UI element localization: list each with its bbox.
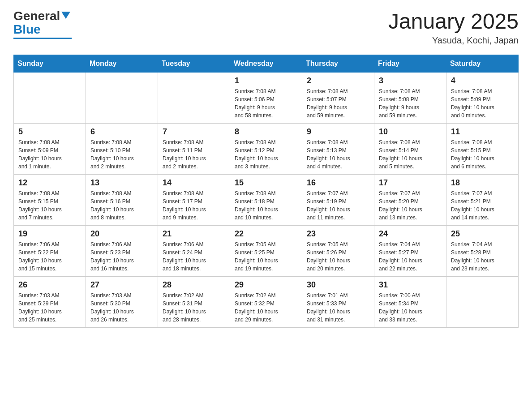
day-info: Sunrise: 7:08 AM Sunset: 5:12 PM Dayligh…	[235, 138, 297, 171]
day-info: Sunrise: 7:01 AM Sunset: 5:33 PM Dayligh…	[307, 291, 369, 324]
day-info: Sunrise: 7:04 AM Sunset: 5:28 PM Dayligh…	[451, 240, 514, 273]
day-number: 11	[451, 127, 514, 137]
calendar-cell: 18Sunrise: 7:07 AM Sunset: 5:21 PM Dayli…	[446, 175, 519, 226]
calendar-cell: 27Sunrise: 7:03 AM Sunset: 5:30 PM Dayli…	[86, 277, 158, 328]
day-info: Sunrise: 7:08 AM Sunset: 5:18 PM Dayligh…	[235, 189, 297, 222]
day-info: Sunrise: 7:08 AM Sunset: 5:14 PM Dayligh…	[379, 138, 442, 171]
logo-general-text: General	[13, 9, 60, 23]
day-number: 21	[163, 229, 225, 239]
title-block: January 2025 Yasuda, Kochi, Japan	[388, 9, 519, 46]
day-number: 30	[307, 280, 369, 290]
day-info: Sunrise: 7:05 AM Sunset: 5:26 PM Dayligh…	[307, 240, 369, 273]
day-info: Sunrise: 7:06 AM Sunset: 5:22 PM Dayligh…	[18, 240, 81, 273]
day-number: 29	[235, 280, 297, 290]
day-info: Sunrise: 7:08 AM Sunset: 5:16 PM Dayligh…	[90, 189, 153, 222]
weekday-header-friday: Friday	[374, 55, 446, 73]
calendar-cell: 20Sunrise: 7:06 AM Sunset: 5:23 PM Dayli…	[86, 226, 158, 277]
day-number: 5	[18, 127, 81, 137]
calendar-cell: 4Sunrise: 7:08 AM Sunset: 5:09 PM Daylig…	[446, 73, 519, 124]
day-info: Sunrise: 7:08 AM Sunset: 5:06 PM Dayligh…	[235, 87, 297, 120]
day-number: 10	[379, 127, 442, 137]
day-info: Sunrise: 7:07 AM Sunset: 5:21 PM Dayligh…	[451, 189, 514, 222]
week-row-5: 26Sunrise: 7:03 AM Sunset: 5:29 PM Dayli…	[14, 277, 519, 328]
calendar-cell: 19Sunrise: 7:06 AM Sunset: 5:22 PM Dayli…	[14, 226, 86, 277]
day-info: Sunrise: 7:08 AM Sunset: 5:15 PM Dayligh…	[451, 138, 514, 171]
day-info: Sunrise: 7:07 AM Sunset: 5:20 PM Dayligh…	[379, 189, 442, 222]
calendar-cell: 3Sunrise: 7:08 AM Sunset: 5:08 PM Daylig…	[374, 73, 446, 124]
calendar-cell: 8Sunrise: 7:08 AM Sunset: 5:12 PM Daylig…	[230, 124, 302, 175]
day-number: 2	[307, 76, 369, 86]
day-info: Sunrise: 7:05 AM Sunset: 5:25 PM Dayligh…	[235, 240, 297, 273]
day-number: 18	[451, 178, 514, 188]
day-number: 6	[90, 127, 153, 137]
calendar-cell: 15Sunrise: 7:08 AM Sunset: 5:18 PM Dayli…	[230, 175, 302, 226]
calendar-cell: 25Sunrise: 7:04 AM Sunset: 5:28 PM Dayli…	[446, 226, 519, 277]
day-info: Sunrise: 7:08 AM Sunset: 5:09 PM Dayligh…	[451, 87, 514, 120]
day-info: Sunrise: 7:02 AM Sunset: 5:31 PM Dayligh…	[163, 291, 225, 324]
page-header: General Blue January 2025 Yasuda, Kochi,…	[13, 9, 519, 46]
day-number: 22	[235, 229, 297, 239]
calendar-cell: 11Sunrise: 7:08 AM Sunset: 5:15 PM Dayli…	[446, 124, 519, 175]
weekday-header-wednesday: Wednesday	[230, 55, 302, 73]
calendar-cell: 22Sunrise: 7:05 AM Sunset: 5:25 PM Dayli…	[230, 226, 302, 277]
week-row-1: 1Sunrise: 7:08 AM Sunset: 5:06 PM Daylig…	[14, 73, 519, 124]
day-number: 16	[307, 178, 369, 188]
weekday-header-monday: Monday	[86, 55, 158, 73]
day-info: Sunrise: 7:06 AM Sunset: 5:23 PM Dayligh…	[90, 240, 153, 273]
day-number: 15	[235, 178, 297, 188]
week-row-2: 5Sunrise: 7:08 AM Sunset: 5:09 PM Daylig…	[14, 124, 519, 175]
week-row-4: 19Sunrise: 7:06 AM Sunset: 5:22 PM Dayli…	[14, 226, 519, 277]
logo-blue-text: Blue	[13, 22, 41, 36]
day-info: Sunrise: 7:00 AM Sunset: 5:34 PM Dayligh…	[379, 291, 442, 324]
calendar-title: January 2025	[388, 9, 519, 34]
calendar-cell: 24Sunrise: 7:04 AM Sunset: 5:27 PM Dayli…	[374, 226, 446, 277]
day-number: 14	[163, 178, 225, 188]
day-info: Sunrise: 7:08 AM Sunset: 5:17 PM Dayligh…	[163, 189, 225, 222]
day-number: 19	[18, 229, 81, 239]
day-number: 31	[379, 280, 442, 290]
calendar-cell: 6Sunrise: 7:08 AM Sunset: 5:10 PM Daylig…	[86, 124, 158, 175]
calendar-table: SundayMondayTuesdayWednesdayThursdayFrid…	[13, 55, 519, 328]
day-info: Sunrise: 7:07 AM Sunset: 5:19 PM Dayligh…	[307, 189, 369, 222]
weekday-header-row: SundayMondayTuesdayWednesdayThursdayFrid…	[14, 55, 519, 73]
calendar-cell: 2Sunrise: 7:08 AM Sunset: 5:07 PM Daylig…	[302, 73, 374, 124]
calendar-cell: 28Sunrise: 7:02 AM Sunset: 5:31 PM Dayli…	[158, 277, 230, 328]
day-number: 8	[235, 127, 297, 137]
day-number: 12	[18, 178, 81, 188]
calendar-subtitle: Yasuda, Kochi, Japan	[388, 35, 519, 46]
day-number: 28	[163, 280, 225, 290]
day-number: 4	[451, 76, 514, 86]
calendar-cell: 23Sunrise: 7:05 AM Sunset: 5:26 PM Dayli…	[302, 226, 374, 277]
calendar-cell: 26Sunrise: 7:03 AM Sunset: 5:29 PM Dayli…	[14, 277, 86, 328]
calendar-cell: 21Sunrise: 7:06 AM Sunset: 5:24 PM Dayli…	[158, 226, 230, 277]
day-number: 20	[90, 229, 153, 239]
day-info: Sunrise: 7:08 AM Sunset: 5:10 PM Dayligh…	[90, 138, 153, 171]
day-info: Sunrise: 7:06 AM Sunset: 5:24 PM Dayligh…	[163, 240, 225, 273]
calendar-cell: 29Sunrise: 7:02 AM Sunset: 5:32 PM Dayli…	[230, 277, 302, 328]
calendar-cell	[446, 277, 519, 328]
calendar-cell	[86, 73, 158, 124]
day-info: Sunrise: 7:03 AM Sunset: 5:30 PM Dayligh…	[90, 291, 153, 324]
day-info: Sunrise: 7:08 AM Sunset: 5:15 PM Dayligh…	[18, 189, 81, 222]
day-info: Sunrise: 7:03 AM Sunset: 5:29 PM Dayligh…	[18, 291, 81, 324]
calendar-cell: 7Sunrise: 7:08 AM Sunset: 5:11 PM Daylig…	[158, 124, 230, 175]
calendar-cell	[158, 73, 230, 124]
calendar-cell: 31Sunrise: 7:00 AM Sunset: 5:34 PM Dayli…	[374, 277, 446, 328]
calendar-cell: 17Sunrise: 7:07 AM Sunset: 5:20 PM Dayli…	[374, 175, 446, 226]
day-number: 17	[379, 178, 442, 188]
weekday-header-tuesday: Tuesday	[158, 55, 230, 73]
calendar-cell: 14Sunrise: 7:08 AM Sunset: 5:17 PM Dayli…	[158, 175, 230, 226]
day-number: 23	[307, 229, 369, 239]
logo-underline	[13, 38, 72, 39]
weekday-header-thursday: Thursday	[302, 55, 374, 73]
calendar-cell: 1Sunrise: 7:08 AM Sunset: 5:06 PM Daylig…	[230, 73, 302, 124]
logo-triangle-icon	[61, 12, 70, 19]
day-info: Sunrise: 7:08 AM Sunset: 5:08 PM Dayligh…	[379, 87, 442, 120]
calendar-cell: 10Sunrise: 7:08 AM Sunset: 5:14 PM Dayli…	[374, 124, 446, 175]
day-number: 3	[379, 76, 442, 86]
day-number: 7	[163, 127, 225, 137]
weekday-header-sunday: Sunday	[14, 55, 86, 73]
day-info: Sunrise: 7:02 AM Sunset: 5:32 PM Dayligh…	[235, 291, 297, 324]
week-row-3: 12Sunrise: 7:08 AM Sunset: 5:15 PM Dayli…	[14, 175, 519, 226]
calendar-cell: 12Sunrise: 7:08 AM Sunset: 5:15 PM Dayli…	[14, 175, 86, 226]
